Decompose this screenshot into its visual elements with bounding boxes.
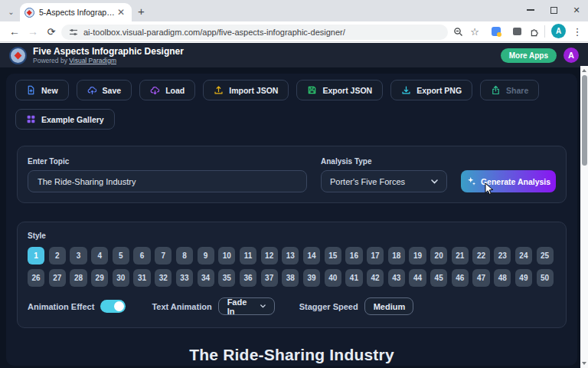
browser-tab[interactable]: 5-Aspects Infographic Designer ✕ [20,3,132,21]
style-button-50[interactable]: 50 [537,269,554,287]
minimize-button[interactable] [519,0,542,20]
style-button-36[interactable]: 36 [240,269,256,287]
style-button-23[interactable]: 23 [494,247,511,264]
style-button-13[interactable]: 13 [282,247,299,264]
forward-icon[interactable]: → [24,21,41,41]
style-button-37[interactable]: 37 [261,269,278,287]
app-page: Five Aspects Infographic Designer Powere… [0,43,588,368]
style-button-42[interactable]: 42 [367,269,384,287]
drive-extension-icon[interactable] [488,21,504,41]
style-button-29[interactable]: 29 [91,269,108,287]
sidepanel-icon[interactable] [509,21,524,41]
style-button-15[interactable]: 15 [325,247,341,264]
menu-dots-icon[interactable]: ⋮ [570,21,585,41]
style-button-1[interactable]: 1 [28,247,44,264]
style-button-30[interactable]: 30 [113,269,129,287]
style-button-33[interactable]: 33 [176,269,193,287]
site-favicon [24,8,34,18]
zoom-icon[interactable] [450,21,466,41]
style-button-22[interactable]: 22 [472,247,489,264]
maximize-button[interactable] [542,0,565,20]
style-button-26[interactable]: 26 [28,269,44,287]
style-button-24[interactable]: 24 [515,247,532,264]
user-avatar[interactable]: A [564,48,579,63]
style-button-12[interactable]: 12 [261,247,278,264]
style-button-27[interactable]: 27 [49,269,66,287]
toolbar-button-export-png[interactable]: Export PNG [390,80,472,100]
style-button-43[interactable]: 43 [388,269,405,287]
style-button-2[interactable]: 2 [49,247,66,264]
reload-icon[interactable]: ⟳ [43,21,60,41]
style-panel: Style 1234567891011121314151617181920212… [17,222,567,328]
style-button-16[interactable]: 16 [345,247,362,264]
grid-icon [26,114,36,124]
style-button-32[interactable]: 32 [155,269,172,287]
style-button-9[interactable]: 9 [198,247,214,264]
browser-profile-avatar[interactable]: A [551,24,566,38]
style-button-46[interactable]: 46 [452,269,469,287]
text-animation-select[interactable]: Fade In [218,297,275,315]
style-button-17[interactable]: 17 [367,247,384,264]
style-button-21[interactable]: 21 [452,247,469,264]
style-button-11[interactable]: 11 [240,247,256,264]
toolbar-button-load[interactable]: Load [139,80,195,100]
style-button-39[interactable]: 39 [303,269,320,287]
extensions-puzzle-icon[interactable] [527,21,542,41]
toolbar-button-save[interactable]: Save [77,80,132,100]
style-button-45[interactable]: 45 [430,269,447,287]
style-button-18[interactable]: 18 [388,247,405,264]
style-button-10[interactable]: 10 [218,247,235,264]
more-apps-button[interactable]: More Apps [501,48,557,63]
style-button-40[interactable]: 40 [325,269,341,287]
style-button-4[interactable]: 4 [91,247,108,264]
chevron-down-icon [260,304,266,308]
style-button-19[interactable]: 19 [409,247,426,264]
style-button-20[interactable]: 20 [430,247,447,264]
tab-search-button[interactable]: ⌄ [5,5,18,18]
bookmark-star-icon[interactable]: ☆ [467,21,482,41]
style-button-6[interactable]: 6 [133,247,150,264]
style-button-5[interactable]: 5 [113,247,129,264]
scrollbar-thumb[interactable] [582,75,587,166]
stagger-speed-select[interactable]: Medium [364,297,413,315]
animation-effect-label: Animation Effect [28,302,94,311]
stagger-speed-label: Stagger Speed [299,302,358,311]
close-button[interactable]: ✕ [565,0,588,20]
style-button-14[interactable]: 14 [303,247,320,264]
style-button-38[interactable]: 38 [282,269,299,287]
toolbar-button-import-json[interactable]: Import JSON [203,80,289,100]
style-button-8[interactable]: 8 [176,247,193,264]
style-button-25[interactable]: 25 [537,247,554,264]
topic-input[interactable] [28,170,307,192]
toolbar-button-new[interactable]: New [15,80,69,100]
style-button-35[interactable]: 35 [218,269,235,287]
toolbar-button-example-gallery[interactable]: Example Gallery [15,109,115,130]
style-button-44[interactable]: 44 [409,269,426,287]
analysis-type-select[interactable]: Porter's Five Forces [321,170,447,192]
toolbar-button-export-json[interactable]: Export JSON [296,80,383,100]
page-scrollbar[interactable] [580,66,588,368]
download-icon [401,85,411,95]
generate-analysis-button[interactable]: Generate Analysis [461,170,556,192]
address-bar[interactable]: ai-toolbox.visual-paradigm.com/app/five-… [61,25,448,40]
back-icon[interactable]: ← [6,21,23,41]
style-button-41[interactable]: 41 [345,269,362,287]
style-button-31[interactable]: 31 [133,269,150,287]
site-settings-icon[interactable] [69,28,78,37]
style-button-49[interactable]: 49 [515,269,532,287]
scrollbar-down-icon[interactable] [582,362,586,365]
toolbar-button-share[interactable]: Share [480,80,539,100]
new-tab-button[interactable]: + [138,5,145,18]
tab-close-icon[interactable]: ✕ [117,8,125,17]
style-button-47[interactable]: 47 [472,269,489,287]
scrollbar-up-icon[interactable] [582,69,586,72]
visual-paradigm-logo-icon [9,47,27,64]
style-button-28[interactable]: 28 [70,269,87,287]
style-button-7[interactable]: 7 [155,247,172,264]
style-button-3[interactable]: 3 [70,247,87,264]
animation-effect-toggle[interactable] [100,300,126,313]
visual-paradigm-link[interactable]: Visual Paradigm [69,57,116,64]
style-button-48[interactable]: 48 [494,269,511,287]
file-plus-icon [26,85,36,95]
style-button-34[interactable]: 34 [198,269,214,287]
